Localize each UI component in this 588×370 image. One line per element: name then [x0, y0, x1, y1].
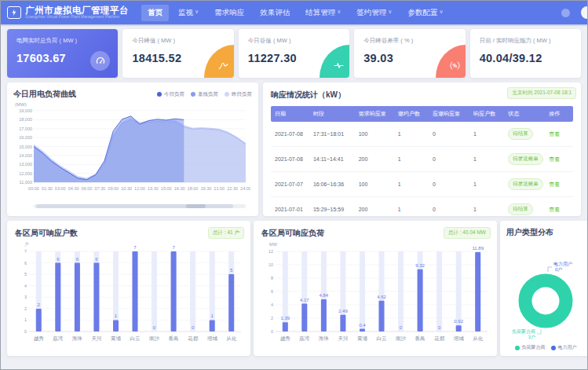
svg-text:7: 7: [133, 245, 137, 250]
svg-text:14,000: 14,000: [19, 153, 32, 158]
column-header: 响应户数: [472, 106, 506, 122]
bar-track: [360, 251, 365, 332]
table-row: 2021-07-0716:06~16:36100101待发送账单查看: [271, 172, 573, 197]
table-cell: 2021-07-07: [271, 172, 312, 197]
svg-text:花都: 花都: [187, 335, 199, 342]
table-cell: 200: [357, 197, 396, 217]
pulse-icon: [320, 45, 349, 78]
chart-zoom-slider[interactable]: [34, 204, 246, 208]
nav-item-效果评估[interactable]: 效果评估: [254, 5, 296, 21]
svg-text:0.92: 0.92: [454, 319, 463, 324]
response-table: 日期时段需求响应量邀约户数应邀响应量响应户数状态操作 2021-07-0817:…: [271, 106, 573, 216]
view-link[interactable]: 查看: [549, 156, 560, 162]
bar: [75, 263, 80, 332]
table-cell: 0: [431, 197, 472, 217]
legend-dot-icon: [551, 346, 556, 350]
percent-icon: %: [436, 45, 466, 78]
svg-text:12,000: 12,000: [19, 171, 32, 176]
bar: [379, 301, 385, 332]
legend-label: 电力用户: [558, 344, 577, 351]
bar: [456, 325, 462, 332]
svg-text:13:30: 13:30: [148, 186, 159, 191]
svg-text:0.4: 0.4: [359, 323, 366, 328]
slider-nub[interactable]: [186, 204, 205, 208]
svg-text:4: 4: [24, 284, 27, 288]
svg-text:南沙: 南沙: [396, 335, 407, 342]
load-curve-card: 今日用电负荷曲线 今日负荷基线负荷昨日负荷 (MW) 11,00012,0001…: [7, 82, 258, 216]
nav-item-参数配置[interactable]: 参数配置∨: [401, 5, 449, 21]
table-cell: 1: [396, 147, 431, 172]
district-load-title: 各区局可响应负荷: [261, 228, 324, 239]
svg-text:7: 7: [24, 249, 27, 254]
area-series: [34, 116, 184, 182]
legend-item[interactable]: 电力用户: [551, 344, 577, 351]
svg-text:0: 0: [24, 329, 27, 334]
legend-item[interactable]: 昨日负荷: [225, 91, 252, 98]
kpi-card-row: 电网实时总负荷 ( MW )17603.67今日峰值 ( MW )18415.5…: [7, 29, 581, 78]
svg-text:15,000: 15,000: [19, 145, 32, 149]
svg-text:荔湾: 荔湾: [299, 335, 310, 342]
svg-text:白云: 白云: [130, 335, 141, 342]
svg-text:海珠: 海珠: [319, 335, 330, 342]
kpi-label: 电网实时总负荷 ( MW ): [16, 37, 108, 45]
bar: [283, 322, 288, 332]
svg-text:07:30: 07:30: [94, 186, 105, 191]
svg-text:白云: 白云: [377, 335, 388, 342]
table-cell: 0: [431, 122, 472, 147]
chevron-down-icon: ∨: [337, 9, 341, 15]
beijing-time-badge: 北京时间 2021-07-08 18:1: [507, 87, 576, 99]
nav-item-监视[interactable]: 监视∨: [172, 5, 205, 21]
bar: [36, 309, 42, 332]
legend-item[interactable]: 负荷聚合商: [515, 344, 546, 351]
nav-item-结算管理[interactable]: 结算管理∨: [299, 5, 347, 21]
nav-item-需求响应[interactable]: 需求响应: [208, 5, 250, 21]
svg-text:6: 6: [24, 261, 27, 266]
table-cell: 17:31~18:01: [312, 122, 357, 147]
svg-text:从化: 从化: [473, 335, 484, 342]
table-cell: 0: [431, 147, 472, 172]
column-header: 状态: [506, 106, 547, 122]
bar: [360, 329, 365, 332]
svg-text:19:30: 19:30: [200, 186, 211, 191]
view-link[interactable]: 查看: [549, 181, 560, 187]
user-type-title: 用户类型分布: [506, 227, 585, 238]
view-link[interactable]: 查看: [549, 207, 560, 212]
callout-power-user-count: 0户: [555, 266, 562, 272]
svg-text:01:30: 01:30: [42, 186, 53, 191]
svg-text:越秀: 越秀: [34, 335, 45, 342]
svg-text:04:30: 04:30: [68, 186, 79, 191]
svg-text:6: 6: [271, 289, 273, 294]
bar: [210, 320, 215, 332]
svg-text:12:00: 12:00: [134, 186, 145, 191]
legend-label: 基线负荷: [198, 91, 218, 98]
table-cell: 1: [396, 122, 431, 147]
svg-text:5: 5: [24, 272, 27, 277]
chevron-down-icon: ∨: [388, 9, 392, 15]
table-cell: 15:29~15:59: [312, 197, 357, 217]
svg-text:1.39: 1.39: [280, 316, 290, 321]
kpi-label: 今日峰谷差率 ( % ): [363, 37, 455, 45]
chevron-down-icon: ∨: [195, 9, 199, 15]
nav-item-首页[interactable]: 首页: [141, 5, 169, 21]
kpi-card: 今日峰值 ( MW )18415.52: [122, 29, 233, 78]
table-cell: 14:11~14:41: [312, 147, 357, 172]
legend-item[interactable]: 今日负荷: [157, 91, 184, 98]
svg-text:荔湾: 荔湾: [53, 335, 64, 342]
callout-aggregator-count: 3户: [528, 334, 535, 339]
svg-text:2: 2: [271, 316, 273, 321]
legend-label: 今日负荷: [164, 91, 184, 98]
legend-item[interactable]: 基线负荷: [191, 91, 218, 98]
table-row: 2021-07-0817:31~18:01100101待结算查看: [271, 122, 573, 147]
total-load-badge: 总计 : 40.04 MW: [444, 227, 491, 239]
nav-item-签约管理[interactable]: 签约管理∨: [350, 5, 398, 21]
svg-text:3: 3: [24, 295, 27, 299]
kpi-card: 今日谷值 ( MW )11227.30: [239, 29, 349, 78]
svg-text:0: 0: [271, 329, 273, 334]
bar: [93, 263, 99, 332]
notification-icon[interactable]: [561, 9, 570, 17]
bar-track: [436, 251, 442, 332]
load-curve-legend: 今日负荷基线负荷昨日负荷: [157, 91, 252, 98]
view-link[interactable]: 查看: [549, 131, 560, 137]
svg-text:18,000: 18,000: [19, 117, 32, 122]
avatar[interactable]: [581, 6, 588, 19]
